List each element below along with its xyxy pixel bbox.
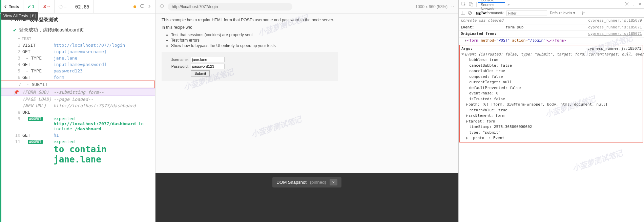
command-row[interactable]: 4GETinput[name=password]: [0, 61, 155, 68]
object-property: eventPhase: 0: [466, 91, 641, 96]
command-method: GET: [22, 133, 54, 138]
pass-count: ✔ 1: [23, 0, 39, 13]
command-method: GET: [22, 75, 54, 80]
list-item: Test that sessions (cookies) are properl…: [171, 32, 452, 37]
command-number: 6: [14, 75, 22, 80]
command-message: input[name=password]: [54, 62, 152, 67]
view-all-tooltip: View All Tests F: [1, 12, 38, 20]
console-sidebar-button[interactable]: [461, 11, 465, 15]
object-property[interactable]: __proto__: Event: [466, 135, 641, 141]
command-number: 3: [14, 56, 22, 61]
devtools-menu-button[interactable]: ⋮: [630, 2, 637, 6]
command-method: - TYPE: [22, 56, 54, 61]
command-method: (NEW URL): [22, 103, 54, 108]
command-row[interactable]: (NEW URL)http://localhost:7077/dashboard: [0, 103, 155, 109]
live-expression-button[interactable]: [499, 11, 504, 15]
log-form-element[interactable]: <form method="POST" action="/login">…</f…: [459, 38, 644, 44]
clear-icon: [468, 11, 472, 15]
command-number: 1: [14, 43, 22, 48]
password-label: Password:: [165, 64, 189, 68]
gear-icon: [581, 11, 585, 15]
intro-text2: In this recipe we:: [162, 25, 452, 30]
command-row[interactable]: 📌(FORM SUB)--submitting form--: [0, 88, 155, 96]
url-bar[interactable]: http://localhost:7077/login: [168, 3, 292, 10]
snapshot-close-button[interactable]: ×: [329, 179, 337, 185]
viewport-menu-button[interactable]: [451, 4, 454, 9]
password-input[interactable]: [191, 64, 225, 69]
command-row[interactable]: (PAGE LOAD)--page Loaded--: [0, 96, 155, 103]
tests-toggle[interactable]: Tests: [0, 0, 23, 13]
source-link[interactable]: cypress_runner.js:185071: [587, 46, 641, 52]
source-link[interactable]: cypress_runner.js:185071: [588, 25, 642, 30]
next-button[interactable]: [148, 4, 151, 9]
svg-point-10: [501, 12, 502, 14]
source-link[interactable]: cypress_runner.js:185071: [588, 31, 642, 37]
object-property: cancelable: true: [466, 68, 641, 74]
selector-playground-button[interactable]: [160, 4, 164, 9]
object-property: currentTarget: null: [466, 80, 641, 85]
object-property[interactable]: srcElement: form: [466, 113, 641, 119]
restart-button[interactable]: [140, 4, 144, 9]
command-method: - SUBMIT: [23, 82, 54, 87]
svg-line-9: [469, 12, 471, 14]
devtools-close-button[interactable]: ✕: [637, 2, 643, 6]
command-method: - TYPE: [22, 68, 54, 73]
command-row[interactable]: 7- SUBMIT: [0, 81, 155, 88]
device-toolbar-button[interactable]: [468, 2, 475, 7]
command-number: 7: [14, 82, 23, 87]
console-settings-button[interactable]: [581, 11, 585, 16]
console-output: Console was cleared cypress_runner.js:18…: [459, 18, 644, 222]
command-row[interactable]: 10GETh1: [0, 132, 155, 138]
command-number: 4: [14, 62, 22, 67]
duration: 02.85: [71, 0, 94, 13]
app-preview: http://localhost:7077/login 1000 x 660 (…: [155, 0, 458, 222]
command-row[interactable]: 9- ASSERTexpected http://localhost:7077/…: [0, 115, 155, 132]
console-filter-input[interactable]: [506, 10, 547, 16]
command-row[interactable]: 3- TYPEjane.lane: [0, 55, 155, 61]
login-form: Username: Password: Submit: [162, 52, 338, 81]
submit-button[interactable]: Submit: [191, 70, 210, 76]
intro-list: Test that sessions (cookies) are properl…: [171, 32, 452, 48]
command-row[interactable]: 5- TYPEpassword123: [0, 68, 155, 74]
command-log: HTML 表单登录测试 ✔ 登录成功，跳转到dashboard页 TEST 1V…: [0, 14, 155, 222]
devtools-settings-button[interactable]: [623, 2, 630, 7]
device-icon: [469, 2, 474, 6]
preview-header: http://localhost:7077/login 1000 x 660 (…: [155, 0, 458, 14]
accent-bar: [0, 0, 1, 222]
test-title[interactable]: ✔ 登录成功，跳转到dashboard页: [0, 25, 155, 35]
tab-more[interactable]: »: [505, 0, 512, 8]
command-row[interactable]: 2GETinput[name=username]: [0, 48, 155, 55]
status-dot-icon: [133, 5, 136, 8]
command-row[interactable]: 8URL: [0, 109, 155, 115]
test-section-label: TEST: [0, 35, 155, 42]
object-property: composed: false: [466, 74, 641, 80]
log-levels-select[interactable]: Default levels ▾: [550, 11, 575, 15]
source-link[interactable]: cypress_runner.js:185079: [588, 18, 642, 24]
fail-count: ✘ --: [39, 0, 55, 13]
username-input[interactable]: [191, 57, 225, 62]
object-property[interactable]: target: form: [466, 119, 641, 125]
snapshot-bar: DOM Snapshot (pinned) ×: [155, 173, 458, 222]
command-row[interactable]: 11- ASSERTexpected to contain jane.lane: [0, 138, 155, 165]
log-event: Event: form sub cypress_runner.js:185071: [459, 24, 644, 31]
object-property[interactable]: path: (6) [form, div#form-wrapper, body,…: [466, 102, 641, 108]
context-select[interactable]: top: [475, 11, 487, 16]
tab-sources[interactable]: Sources: [478, 3, 505, 7]
event-summary[interactable]: Event {isTrusted: false, type: "submit",…: [461, 52, 641, 58]
command-row[interactable]: 6GETform: [0, 74, 155, 81]
command-message: --submitting form--: [54, 90, 152, 95]
check-icon: ✔: [13, 27, 17, 33]
pending-icon: --: [55, 0, 71, 13]
chevron-down-icon: [451, 5, 454, 8]
crosshair-icon: [160, 4, 164, 8]
command-row[interactable]: 1VISIThttp://localhost:7077/login: [0, 42, 155, 48]
clear-console-button[interactable]: [468, 11, 472, 16]
command-method: VISIT: [22, 43, 54, 48]
command-method: (FORM SUB): [22, 90, 54, 95]
tests-label: Tests: [9, 4, 19, 9]
inspect-element-button[interactable]: [460, 2, 468, 7]
command-number: 9: [14, 116, 22, 121]
tab-console[interactable]: Console: [478, 0, 505, 3]
command-method: URL: [22, 110, 54, 115]
command-message: password123: [54, 68, 152, 73]
